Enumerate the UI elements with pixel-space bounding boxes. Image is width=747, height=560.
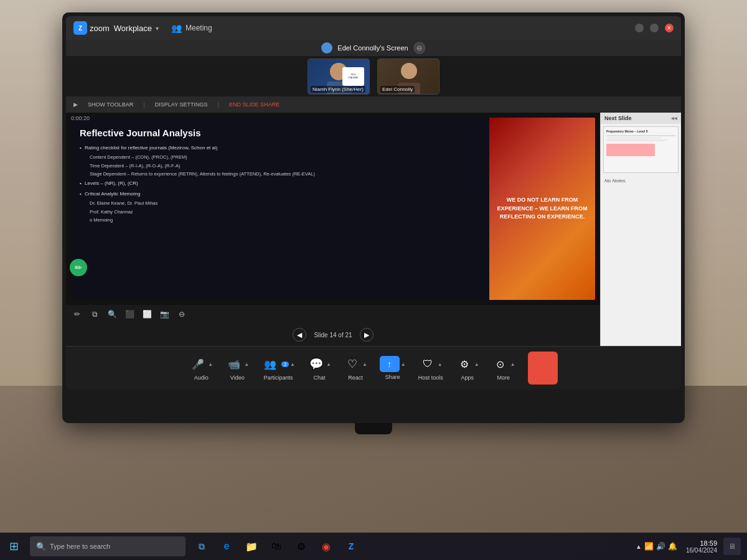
zoom-meeting-tab[interactable]: 👥 Meeting	[171, 23, 212, 33]
slide-bullet-1: Rating checklist for reflective journals…	[80, 144, 481, 151]
meeting-tab-label: Meeting	[186, 24, 212, 32]
slide-right-bullet-4: o Memoing	[80, 217, 481, 224]
tray-expand-icon[interactable]: ▲	[636, 543, 642, 550]
end-slide-share-btn[interactable]: END SLIDE SHARE	[229, 101, 280, 108]
zoom-app-window: Z zoom Workplace ▾ 👥 Meeting — □ ✕	[66, 16, 681, 390]
toolbar-sep2: |	[218, 101, 220, 108]
host-tools-arrow: ▲	[438, 362, 443, 367]
share-banner-text: Edel Connolly's Screen	[337, 44, 408, 52]
slide-sub-bullet-con: Content Dependent – (CON), (PROC), (PREM…	[80, 154, 481, 161]
close-button[interactable]: ✕	[665, 24, 674, 32]
taskbar-search-placeholder: Type here to search	[50, 543, 110, 550]
more-arrow: ▲	[510, 362, 515, 367]
monitor-camera	[355, 423, 392, 434]
participant-thumb-naoimh: NUIGALWAY Niamh Flynn (She/Her)	[308, 58, 370, 95]
taskbar-app-edge[interactable]: e	[215, 535, 238, 558]
stop-share-icon[interactable]: ⊖	[413, 42, 426, 54]
search-annotation-btn[interactable]: 🔍	[106, 308, 118, 320]
system-tray: ▲ 📶 🔊 🔔	[636, 542, 677, 551]
video-control[interactable]: 📹 ▲ Video	[225, 355, 249, 381]
settings-icon: ⚙	[297, 541, 306, 553]
slide-bullet-levels: Levels – (NR), (R), (CR)	[80, 180, 481, 187]
slide-content: Reflective Journal Analysis Rating check…	[71, 118, 595, 300]
slide-title: Reflective Journal Analysis	[80, 128, 481, 138]
audio-control[interactable]: 🎤 ▲ Audio	[189, 355, 213, 381]
maximize-button[interactable]: □	[650, 24, 659, 32]
monitor-stand	[311, 404, 436, 423]
host-tools-icon: 🛡	[419, 355, 436, 373]
end-meeting-control[interactable]: ⊗ End	[528, 352, 558, 385]
annotation-float-button[interactable]: ✏	[70, 259, 87, 276]
taskbar-app-chrome[interactable]: ◉	[315, 535, 337, 558]
end-label: End	[538, 375, 548, 381]
window-tool-btn[interactable]: ⬜	[141, 308, 153, 320]
sharer-avatar	[321, 42, 332, 54]
taskbar-app-store[interactable]: 🛍	[265, 535, 288, 558]
share-control[interactable]: ↑ ▲ Share	[380, 356, 406, 380]
nui-logo: NUIGALWAY	[342, 67, 364, 86]
select-tool-btn[interactable]: ⧉	[88, 308, 101, 320]
network-icon: 📶	[644, 542, 654, 551]
notes-panel: Next Slide ◂◂ Preparatory Memo – Level 5	[600, 113, 681, 346]
screen-share-banner: Edel Connolly's Screen ⊖	[66, 40, 681, 56]
participants-control[interactable]: 👥 2 ▲ Participants	[261, 355, 295, 381]
participant-label-edel: Edel Connolly	[380, 86, 415, 93]
taskbar-search-icon: 🔍	[36, 542, 46, 551]
apps-control[interactable]: ⚙ ▲ Apps	[456, 355, 479, 381]
minimize-button[interactable]: —	[635, 24, 644, 32]
react-label: React	[348, 375, 363, 381]
edge-icon: e	[224, 541, 230, 552]
participants-row: NUIGALWAY Niamh Flynn (She/Her) Edel Con…	[66, 56, 681, 96]
notes-collapse-icon[interactable]: ◂◂	[671, 115, 677, 121]
notes-text: No Notes.	[601, 175, 681, 186]
host-tools-label: Host tools	[418, 375, 443, 381]
taskbar-clock[interactable]: 18:59 16/04/2024	[686, 539, 717, 554]
react-icon: ♡	[344, 355, 361, 373]
participant-label-naoimh: Niamh Flynn (She/Her)	[311, 86, 365, 93]
react-arrow: ▲	[362, 362, 367, 367]
slide-sub-bullet-stage: Stage Dependent – Returns to experience …	[80, 171, 481, 178]
share-toolbar: ▶ SHOW TOOLBAR | DISPLAY SETTINGS | END …	[66, 96, 681, 113]
taskbar-app-files[interactable]: 📁	[240, 535, 263, 558]
screen-tool-btn[interactable]: ⬛	[123, 308, 136, 320]
react-control[interactable]: ♡ ▲ React	[344, 355, 367, 381]
taskbar-app-settings[interactable]: ⚙	[290, 535, 312, 558]
zoom-taskbar-icon: Z	[349, 541, 354, 551]
taskbar-app-taskview[interactable]: ⧉	[190, 535, 213, 558]
next-slide-btn[interactable]: ▶	[360, 328, 374, 342]
slide-quote-text: WE DO NOT LEARN FROM EXPERIENCE – WE LEA…	[496, 196, 589, 222]
more-control[interactable]: ⊙ ▲ More	[492, 355, 515, 381]
share-icon: ↑	[380, 356, 400, 372]
pencil-tool-btn[interactable]: ✏	[71, 308, 83, 320]
chat-icon: 💬	[308, 355, 325, 373]
video-arrow: ▲	[244, 362, 249, 367]
notifications-button[interactable]: 🖥	[723, 538, 741, 555]
next-slide-preview: Preparatory Memo – Level 5	[603, 126, 679, 173]
toolbar-sep1: |	[143, 101, 145, 108]
apps-arrow: ▲	[474, 362, 479, 367]
prev-slide-btn[interactable]: ◀	[293, 328, 306, 342]
taskbar-search-bar[interactable]: 🔍 Type here to search	[30, 536, 186, 556]
notification-icon: 🔔	[668, 542, 677, 551]
start-button[interactable]: ⊞	[0, 533, 27, 560]
zoom-dropdown-arrow[interactable]: ▾	[156, 25, 159, 32]
slide-right-bullet-3: Prof. Kathy Charmaz	[80, 209, 481, 216]
display-settings-btn[interactable]: DISPLAY SETTINGS	[155, 101, 208, 108]
zoom-logo: Z zoom Workplace ▾	[73, 21, 159, 35]
participants-label: Participants	[264, 375, 293, 381]
slide-right-bullet-1: Critical Analytic Memoing	[80, 190, 481, 197]
zoom-main-content: 0:00:20 Reflective Journal Analysis Rati…	[66, 113, 681, 346]
slide-timer: 0:00:20	[71, 115, 90, 121]
camera-tool-btn[interactable]: 📷	[158, 308, 171, 320]
show-toolbar-btn[interactable]: SHOW TOOLBAR	[88, 101, 133, 108]
minus-tool-btn[interactable]: ⊖	[176, 308, 188, 320]
taskbar-app-zoom[interactable]: Z	[340, 535, 362, 558]
monitor-screen: Z zoom Workplace ▾ 👥 Meeting — □ ✕	[66, 16, 681, 390]
zoom-logo-icon: Z	[73, 21, 87, 35]
chat-control[interactable]: 💬 ▲ Chat	[308, 355, 331, 381]
monitor-body: Z zoom Workplace ▾ 👥 Meeting — □ ✕	[62, 12, 685, 423]
taskbar-right-area: ▲ 📶 🔊 🔔 18:59 16/04/2024 🖥	[636, 538, 747, 555]
preview-slide-title: Preparatory Memo – Level 5	[606, 129, 675, 133]
audio-icon: 🎤	[189, 355, 207, 373]
host-tools-control[interactable]: 🛡 ▲ Host tools	[418, 355, 443, 381]
